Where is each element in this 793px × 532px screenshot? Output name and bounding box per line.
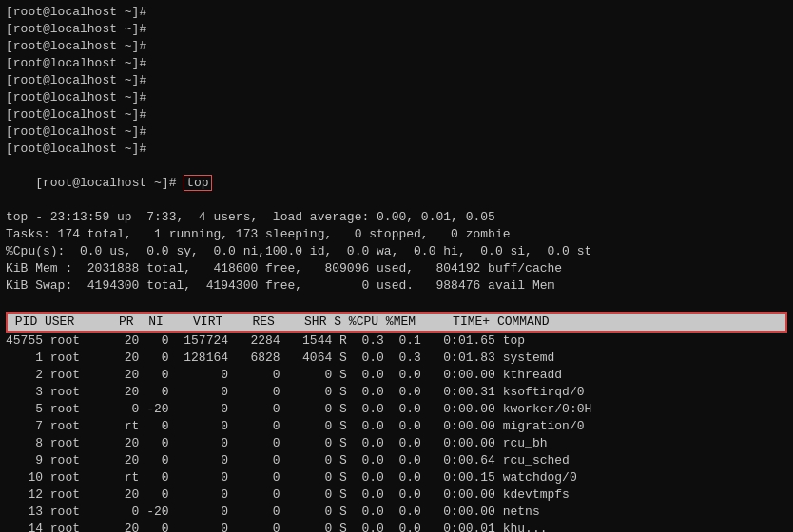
prompt-line-9: [root@localhost ~]# [6,141,787,158]
top-line2: Tasks: 174 total, 1 running, 173 sleepin… [6,226,787,243]
prompt-line-4: [root@localhost ~]# [6,55,787,72]
process-row-4: 5 root 0 -20 0 0 0 S 0.0 0.0 0:00.00 kwo… [6,401,787,418]
top-line4: KiB Mem : 2031888 total, 418600 free, 80… [6,260,787,277]
process-row-0: 45755 root 20 0 157724 2284 1544 R 0.3 0… [6,332,787,350]
prompt-line-3: [root@localhost ~]# [6,38,787,55]
prompt-line-7: [root@localhost ~]# [6,106,787,124]
process-row-1: 1 root 20 0 128164 6828 4064 S 0.0 0.3 0… [6,350,787,367]
process-row-5: 7 root rt 0 0 0 0 S 0.0 0.0 0:00.00 migr… [6,418,787,435]
top-line3: %Cpu(s): 0.0 us, 0.0 sy, 0.0 ni,100.0 id… [6,243,787,260]
prompt-line-5: [root@localhost ~]# [6,72,787,89]
prompt-line-1: [root@localhost ~]# [6,4,787,21]
top-line1: top - 23:13:59 up 7:33, 4 users, load av… [6,209,787,226]
process-header: PID USER PR NI VIRT RES SHR S %CPU %MEM … [8,314,785,331]
top-blank [6,294,787,312]
process-row-9: 12 root 20 0 0 0 0 S 0.0 0.0 0:00.00 kde… [6,486,787,504]
top-command: top [184,175,211,191]
process-row-8: 10 root rt 0 0 0 0 S 0.0 0.0 0:00.15 wat… [6,469,787,486]
prompt-text: [root@localhost ~]# [35,176,184,190]
command-line: [root@localhost ~]# top [6,158,787,209]
process-row-3: 3 root 20 0 0 0 0 S 0.0 0.0 0:00.31 ksof… [6,384,787,401]
process-header-border: PID USER PR NI VIRT RES SHR S %CPU %MEM … [6,312,787,332]
process-row-11: 14 root 20 0 0 0 0 S 0.0 0.0 0:00.01 khu… [6,521,787,532]
terminal-window: [root@localhost ~]# [root@localhost ~]# … [0,0,793,532]
process-row-10: 13 root 0 -20 0 0 0 S 0.0 0.0 0:00.00 ne… [6,504,787,521]
prompt-line-6: [root@localhost ~]# [6,89,787,106]
process-row-2: 2 root 20 0 0 0 0 S 0.0 0.0 0:00.00 kthr… [6,367,787,384]
process-row-7: 9 root 20 0 0 0 0 S 0.0 0.0 0:00.64 rcu_… [6,452,787,469]
top-line5: KiB Swap: 4194300 total, 4194300 free, 0… [6,277,787,294]
process-row-6: 8 root 20 0 0 0 0 S 0.0 0.0 0:00.00 rcu_… [6,435,787,452]
prompt-line-2: [root@localhost ~]# [6,21,787,38]
prompt-line-8: [root@localhost ~]# [6,124,787,141]
